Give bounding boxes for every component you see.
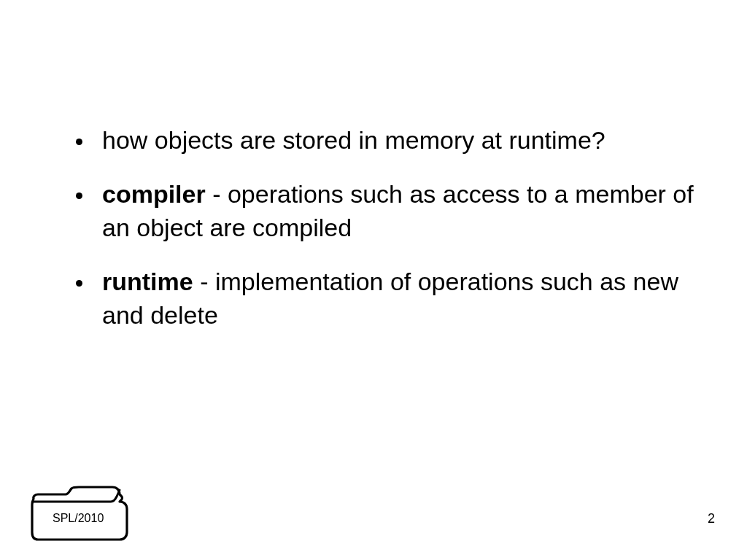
bullet-prefix: compiler (102, 180, 206, 208)
slide-content: how objects are stored in memory at runt… (66, 124, 696, 352)
page-number: 2 (708, 511, 715, 526)
bullet-text: how objects are stored in memory at runt… (102, 126, 605, 154)
folder-label: SPL/2010 (53, 512, 104, 525)
folder-graphic: SPL/2010 (23, 472, 133, 545)
bullet-item: compiler - operations such as access to … (66, 178, 696, 245)
bullet-prefix: runtime (102, 268, 193, 295)
bullet-item: how objects are stored in memory at runt… (66, 124, 696, 158)
bullet-item: runtime - implementation of operations s… (66, 265, 696, 332)
folder-icon (23, 472, 133, 545)
bullet-list: how objects are stored in memory at runt… (66, 124, 696, 332)
